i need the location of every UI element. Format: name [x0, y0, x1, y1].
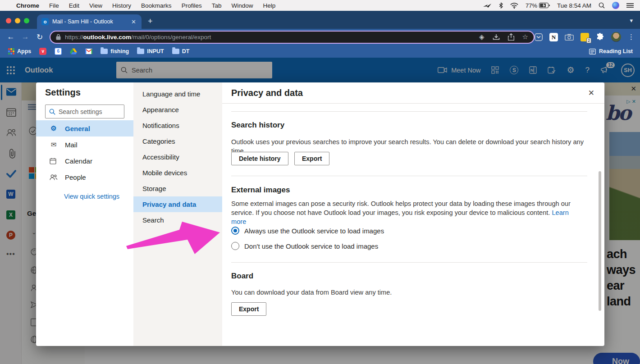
- share-icon[interactable]: [508, 33, 514, 41]
- chrome-menu-icon[interactable]: ⋮: [628, 33, 635, 41]
- menu-profiles[interactable]: Profiles: [182, 2, 202, 9]
- reading-list-button[interactable]: Reading List: [589, 48, 633, 55]
- nav-search[interactable]: Search: [133, 212, 222, 228]
- extension-diamond-icon[interactable]: ◈: [479, 33, 485, 41]
- board-heading: Board: [231, 272, 253, 281]
- settings-category-people[interactable]: People: [36, 169, 133, 185]
- nav-notifications[interactable]: Notifications: [133, 118, 222, 133]
- chrome-toolbar: ← → ↻ https://outlook.live.com/mail/0/op…: [0, 29, 640, 45]
- bookmark-drive[interactable]: [70, 48, 77, 55]
- menu-chrome[interactable]: Chrome: [16, 2, 39, 9]
- lock-icon: [56, 34, 61, 40]
- external-images-body: Some external images can pose a security…: [231, 199, 584, 226]
- nav-appearance[interactable]: Appearance: [133, 102, 222, 118]
- bluetooth-icon[interactable]: [499, 2, 503, 9]
- bookmark-apps[interactable]: Apps: [8, 48, 31, 55]
- siri-icon[interactable]: [612, 2, 619, 9]
- view-quick-settings-link[interactable]: View quick settings: [64, 193, 119, 200]
- web-page: Outlook Search Meet Now S N ⚙ ? 12 SH: [0, 58, 640, 364]
- bookmark-gcal[interactable]: 6: [55, 48, 62, 55]
- tab-close-icon[interactable]: ✕: [130, 18, 137, 25]
- radio-always-use-outlook-service[interactable]: Always use the Outlook service to load i…: [231, 227, 384, 235]
- modal-scrollbar[interactable]: [599, 171, 601, 311]
- spotlight-icon[interactable]: [599, 2, 605, 9]
- nav-accessibility[interactable]: Accessibility: [133, 149, 222, 165]
- extensions-puzzle-icon[interactable]: [596, 33, 604, 41]
- board-body: You can download your data from Board vi…: [231, 288, 584, 297]
- macos-menubar: Chrome File Edit View History Bookmarks …: [0, 0, 640, 11]
- reload-button[interactable]: ↻: [32, 32, 47, 42]
- address-bar[interactable]: https://outlook.live.com/mail/0/options/…: [50, 31, 535, 44]
- back-button[interactable]: ←: [4, 32, 18, 41]
- menubar-clock[interactable]: Tue 8:54 AM: [557, 2, 591, 9]
- settings-search-box[interactable]: [45, 105, 124, 118]
- menu-view[interactable]: View: [89, 2, 102, 9]
- reading-list-icon: [589, 49, 596, 55]
- google-drive-icon: [70, 48, 77, 55]
- battery-indicator[interactable]: 77%: [526, 2, 550, 9]
- search-icon: [49, 109, 55, 115]
- menu-help[interactable]: Help: [263, 2, 275, 9]
- notes-extension-icon[interactable]: 2: [581, 33, 589, 41]
- battery-icon: [539, 3, 550, 8]
- notion-extension-icon[interactable]: N: [549, 33, 558, 41]
- minimize-window-button[interactable]: [15, 18, 20, 23]
- menu-window[interactable]: Window: [231, 2, 253, 9]
- shortcuts-icon[interactable]: [483, 3, 492, 8]
- wifi-icon[interactable]: [510, 3, 518, 9]
- bookmark-folder-input[interactable]: INPUT: [137, 48, 164, 55]
- camera-extension-icon[interactable]: [565, 34, 574, 41]
- menu-tab[interactable]: Tab: [212, 2, 222, 9]
- bookmark-pocket[interactable]: v: [39, 48, 46, 55]
- tab-search-chevron-icon[interactable]: ▾: [630, 17, 633, 24]
- settings-content-pane: Privacy and data ✕ Search history Outloo…: [222, 82, 604, 346]
- radio-unselected-icon[interactable]: [231, 242, 239, 250]
- radio-selected-icon[interactable]: [231, 227, 239, 235]
- nav-storage[interactable]: Storage: [133, 181, 222, 196]
- settings-category-calendar[interactable]: Calendar: [36, 153, 133, 169]
- board-export-button[interactable]: Export: [231, 302, 266, 316]
- search-history-heading: Search history: [231, 121, 284, 130]
- pocket-extension-icon[interactable]: [535, 33, 543, 41]
- nav-privacy-and-data[interactable]: Privacy and data: [133, 196, 222, 212]
- gmail-icon: [85, 49, 92, 54]
- menu-edit[interactable]: Edit: [69, 2, 79, 9]
- control-center-icon[interactable]: [626, 3, 634, 8]
- nav-mobile-devices[interactable]: Mobile devices: [133, 165, 222, 181]
- settings-nav-column: Language and time Appearance Notificatio…: [133, 82, 222, 346]
- external-images-heading: External images: [231, 186, 290, 195]
- people-icon: [50, 174, 58, 180]
- new-tab-button[interactable]: +: [148, 17, 153, 25]
- pocket-icon: v: [39, 48, 46, 55]
- bookmark-gmail[interactable]: [85, 49, 92, 54]
- close-window-button[interactable]: [6, 18, 11, 23]
- nav-categories[interactable]: Categories: [133, 133, 222, 149]
- modal-close-icon[interactable]: ✕: [588, 88, 594, 98]
- apps-grid-icon: [8, 48, 14, 55]
- delete-history-button[interactable]: Delete history: [231, 152, 288, 165]
- bookmark-folder-dt[interactable]: DT: [172, 48, 190, 55]
- section-divider: [231, 176, 587, 176]
- settings-category-mail[interactable]: ✉Mail: [36, 136, 133, 153]
- folder-icon: [101, 49, 108, 54]
- folder-icon: [137, 49, 144, 54]
- browser-tab[interactable]: o Mail - Sam Hill - Outlook ✕: [37, 14, 142, 29]
- settings-search-input[interactable]: [59, 108, 113, 115]
- bookmark-star-icon[interactable]: ☆: [522, 33, 528, 41]
- bookmarks-bar: Apps v 6 fishing INPUT DT Reading List: [0, 45, 640, 58]
- chrome-profile-avatar[interactable]: [611, 32, 621, 42]
- bookmark-folder-fishing[interactable]: fishing: [101, 48, 129, 55]
- menu-history[interactable]: History: [112, 2, 131, 9]
- radio-dont-use-outlook-service[interactable]: Don't use the Outlook service to load im…: [231, 242, 378, 250]
- page-title: Privacy and data: [231, 88, 303, 98]
- nav-language-and-time[interactable]: Language and time: [133, 86, 222, 102]
- menu-bookmarks[interactable]: Bookmarks: [141, 2, 172, 9]
- search-history-export-button[interactable]: Export: [294, 152, 329, 165]
- zoom-window-button[interactable]: [24, 18, 29, 23]
- download-icon[interactable]: [493, 34, 500, 41]
- settings-title: Settings: [45, 87, 81, 98]
- settings-category-general[interactable]: ⚙General: [36, 120, 133, 136]
- forward-button[interactable]: →: [18, 32, 32, 41]
- menu-file[interactable]: File: [49, 2, 59, 9]
- gear-icon: ⚙: [50, 124, 58, 132]
